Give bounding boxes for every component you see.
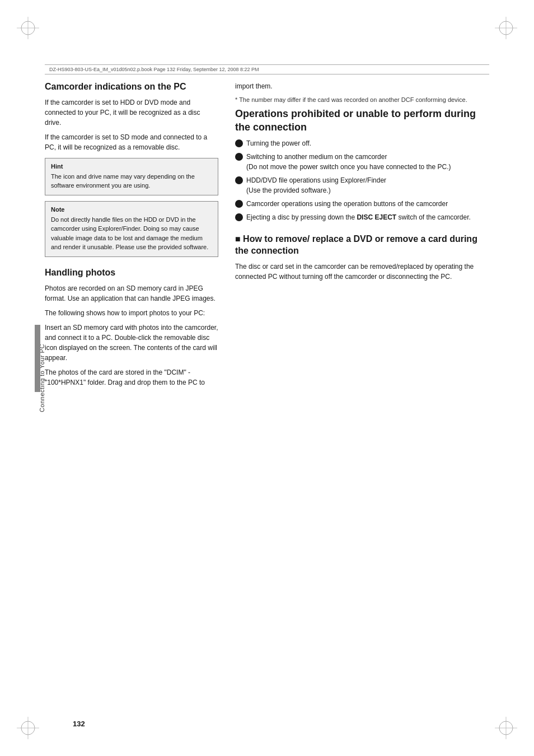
bullet-text: Ejecting a disc by pressing down the DIS… [246, 212, 489, 222]
handling-para1: Photos are recorded on an SD memory card… [45, 283, 218, 304]
bullet-dot [235, 153, 243, 161]
how-to-section: ■ How to remove/ replace a DVD or remove… [235, 234, 489, 282]
page-container: DZ-HS903-803-US-Ea_IM_v01d05n02.p.book P… [0, 0, 534, 756]
file-path-text: DZ-HS903-803-US-Ea_IM_v01d05n02.p.book P… [49, 67, 259, 72]
bullet-text: Turning the power off. [246, 138, 489, 148]
handling-photos-heading: Handling photos [45, 267, 218, 279]
right-column: import them. * The number may differ if … [235, 81, 489, 392]
camcorder-indications-heading: Camcorder indications on the PC [45, 81, 218, 93]
file-path-bar: DZ-HS903-803-US-Ea_IM_v01d05n02.p.book P… [45, 64, 489, 74]
handling-photos-section: Handling photos Photos are recorded on a… [45, 267, 218, 388]
bullet-dot [235, 176, 243, 184]
two-column-layout: Camcorder indications on the PC If the c… [45, 81, 489, 392]
left-column: Camcorder indications on the PC If the c… [45, 81, 218, 392]
handling-para3: Insert an SD memory card with photos int… [45, 323, 218, 363]
list-item: Ejecting a disc by pressing down the DIS… [235, 212, 489, 222]
bullet-dot [235, 213, 243, 221]
corner-mark-br [495, 717, 517, 739]
star-note: * The number may differ if the card was … [235, 96, 489, 104]
hint-text: The icon and drive name may vary dependi… [51, 172, 212, 190]
operations-bullet-list: Turning the power off. Switching to anot… [235, 138, 489, 222]
how-to-heading: ■ How to remove/ replace a DVD or remove… [235, 234, 489, 257]
hint-title: Hint [51, 163, 212, 170]
bullet-text: HDD/DVD file operations using Explorer/F… [246, 175, 489, 195]
camcorder-para1: If the camcorder is set to HDD or DVD mo… [45, 97, 218, 128]
page-number: 132 [73, 720, 85, 728]
list-item: Switching to another medium on the camco… [235, 152, 489, 172]
corner-mark-tr [495, 17, 517, 39]
operations-heading: Operations prohibited or unable to perfo… [235, 108, 489, 134]
bullet-dot [235, 200, 243, 208]
import-text: import them. [235, 81, 489, 91]
list-item: HDD/DVD file operations using Explorer/F… [235, 175, 489, 195]
handling-para2: The following shows how to import photos… [45, 308, 218, 318]
bullet-dot [235, 139, 243, 147]
list-item: Camcorder operations using the operation… [235, 199, 489, 209]
hint-box: Hint The icon and drive name may vary de… [45, 158, 218, 195]
bullet-text: Camcorder operations using the operation… [246, 199, 489, 209]
note-text: Do not directly handle files on the HDD … [51, 215, 212, 252]
note-title: Note [51, 206, 212, 213]
how-to-para: The disc or card set in the camcorder ca… [235, 262, 489, 282]
handling-para4: The photos of the card are stored in the… [45, 367, 218, 388]
note-box: Note Do not directly handle files on the… [45, 201, 218, 257]
corner-mark-tl [17, 17, 39, 39]
corner-mark-bl [17, 717, 39, 739]
content-area: Camcorder indications on the PC If the c… [45, 81, 489, 711]
bullet-text: Switching to another medium on the camco… [246, 152, 489, 172]
list-item: Turning the power off. [235, 138, 489, 148]
gray-bar-decoration [35, 325, 40, 392]
camcorder-para2: If the camcorder is set to SD mode and c… [45, 132, 218, 152]
